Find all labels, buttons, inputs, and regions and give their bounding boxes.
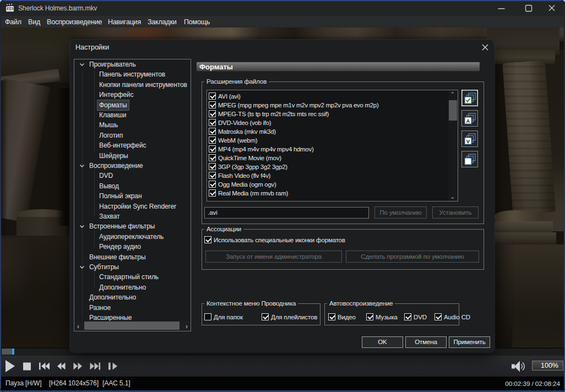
svg-text:A: A bbox=[466, 118, 470, 124]
svg-text:321: 321 bbox=[7, 7, 13, 11]
svg-text:V: V bbox=[466, 138, 470, 144]
